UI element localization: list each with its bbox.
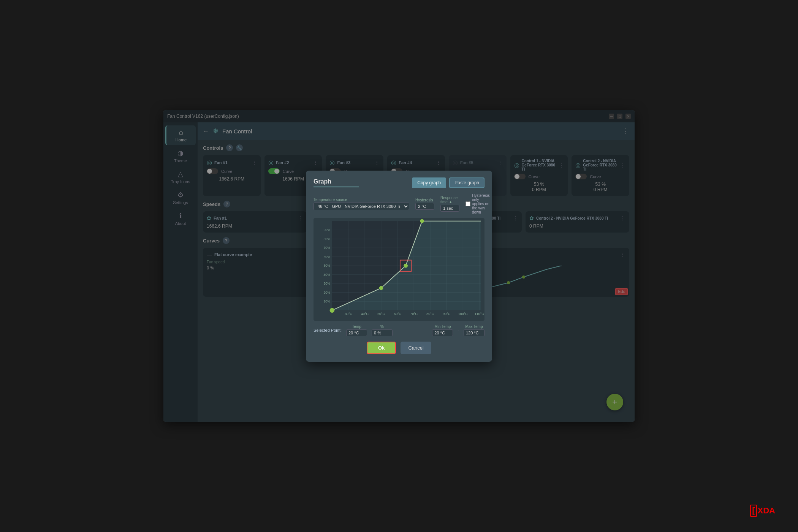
svg-text:40%: 40% [323,272,330,276]
modal-title-row: Graph Copy graph Paste graph [314,177,484,188]
svg-text:80%: 80% [323,237,330,241]
svg-text:60°C: 60°C [394,312,401,316]
hysteresis-input[interactable] [415,203,434,210]
selected-point-label: Selected Point: [314,328,342,332]
svg-point-41 [330,308,334,312]
max-temp-group: Max Temp [464,325,484,336]
max-temp-sublabel: Max Temp [466,325,483,329]
svg-text:90%: 90% [323,228,330,232]
max-temp-input[interactable] [464,329,484,336]
selected-pct-input[interactable] [372,329,393,336]
svg-text:60%: 60% [323,255,330,258]
copy-graph-button[interactable]: Copy graph [412,177,446,188]
svg-text:20%: 20% [323,290,330,294]
xda-logo: [ XDA [750,505,775,517]
xda-text: XDA [758,506,775,516]
min-temp-sublabel: Min Temp [434,325,451,329]
app-window: Fan Control V162 (userConfig.json) ─ □ ✕… [163,110,635,422]
min-temp-group: Min Temp [432,325,453,336]
svg-text:80°C: 80°C [426,312,434,316]
selected-pct-group: % [372,325,393,336]
response-time-input[interactable] [440,205,459,212]
svg-text:50%: 50% [323,264,330,268]
svg-text:110°C: 110°C [475,312,484,316]
min-temp-input[interactable] [432,329,453,336]
svg-text:70°C: 70°C [410,312,418,316]
graph-modal: Graph Copy graph Paste graph Temperature… [306,171,492,362]
selected-temp-input[interactable] [346,329,367,336]
temp-source-label: Temperature source [314,198,409,202]
svg-text:90°C: 90°C [443,312,450,316]
svg-text:50°C: 50°C [377,312,385,316]
hysteresis-group: Hysteresis [415,198,434,210]
hysteresis-check-row: Hysteresis only applies on the way down [466,193,490,214]
hysteresis-check-label: Hysteresis only applies on the way down [472,193,490,214]
hysteresis-checkbox[interactable] [466,201,470,206]
paste-graph-button[interactable]: Paste graph [449,177,484,188]
response-time-label: Response time ▲ [440,196,459,204]
ok-button[interactable]: Ok [367,342,396,354]
cancel-button[interactable]: Cancel [401,342,431,354]
temperature-source-group: Temperature source 46 °C - GPU - NVIDIA … [314,198,409,210]
svg-text:10%: 10% [323,299,330,303]
modal-overlay: Graph Copy graph Paste graph Temperature… [163,110,635,422]
svg-point-44 [420,219,424,223]
modal-title: Graph [314,178,359,187]
xda-bracket-icon: [ [750,505,757,517]
temp-divider: - [458,328,459,332]
svg-text:100°C: 100°C [458,312,468,316]
svg-text:30°C: 30°C [345,312,352,316]
svg-point-42 [379,286,383,290]
svg-point-46 [404,264,408,268]
modal-settings-row: Temperature source 46 °C - GPU - NVIDIA … [314,193,484,214]
svg-text:40°C: 40°C [361,312,369,316]
modal-footer: Ok Cancel [314,342,484,354]
response-time-group: Response time ▲ [440,196,459,212]
pct-sublabel: % [380,325,384,329]
temp-sublabel: Temp [352,325,361,329]
temp-source-select[interactable]: 46 °C - GPU - NVIDIA GeForce RTX 3080 Ti [314,203,409,210]
modal-top-buttons: Copy graph Paste graph [412,177,484,188]
hysteresis-label: Hysteresis [415,198,434,202]
selected-temp-group: Temp [346,325,367,336]
graph-area[interactable]: 90% 80% 70% 60% 50% 40% 30% 20% 10% 30°C… [314,218,484,321]
selected-point-row: Selected Point: Temp % Min Temp - Max Te… [314,325,484,336]
svg-text:30%: 30% [323,282,330,285]
svg-text:70%: 70% [323,246,330,250]
